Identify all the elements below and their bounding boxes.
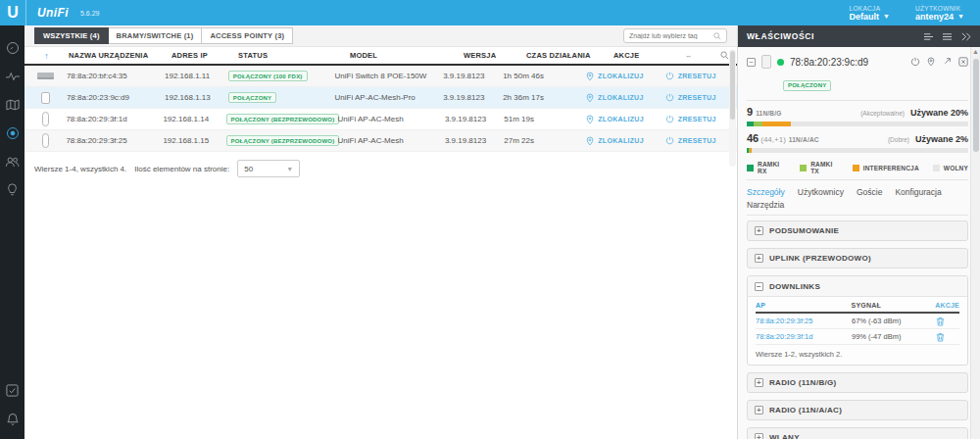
sidebar-item-devices[interactable] (0, 119, 24, 147)
delete-downlink-icon[interactable] (936, 317, 945, 326)
sidebar-item-dashboard[interactable] (0, 33, 24, 62)
table-row-selected[interactable]: 78:8a:20:23:9c:d9 192.168.1.13 POŁĄCZONY… (24, 87, 737, 109)
device-version: 3.9.19.8123 (443, 93, 503, 102)
collapse-panel-icon[interactable] (960, 32, 971, 41)
device-list-toolbar: WSZYSTKIE (4) BRAMY/SWITCHE (1) ACCESS P… (24, 25, 737, 47)
table-row[interactable]: 78:8a:20:29:3f:25 192.168.1.15 POŁĄCZONY… (24, 130, 737, 152)
column-header-version[interactable]: WERSJA (464, 51, 526, 60)
menu-icon[interactable] (942, 32, 953, 41)
section-uplink[interactable]: + UPLINK (PRZEWODOWO) (747, 248, 968, 268)
controller-version: 5.6.29 (80, 10, 99, 17)
column-header-uptime[interactable]: CZAS DZIAŁANIA (526, 51, 612, 60)
user-dropdown[interactable]: UŻYTKOWNIK anteny24▼ (915, 5, 964, 22)
section-downlinks-card: − DOWNLINKS AP SYGNAŁ AKCJE 78:8a:20:29:… (747, 275, 968, 366)
sidebar-item-map[interactable] (0, 90, 24, 119)
downlinks-rows-info: Wiersze 1-2, wszystkich 2. (756, 345, 959, 359)
device-mac[interactable]: 78:8a:20:29:3f:25 (66, 136, 163, 145)
main-content: WSZYSTKIE (4) BRAMY/SWITCHE (1) ACCESS P… (24, 25, 737, 439)
brand-name: UniFi (37, 6, 69, 20)
sidebar-item-events[interactable] (0, 376, 24, 405)
location-dropdown[interactable]: LOKACJA Default▼ (850, 5, 890, 22)
sidebar-item-clients[interactable] (0, 147, 24, 175)
section-label: RADIO (11N/A/AC) (769, 406, 842, 415)
downlinks-column-signal: SYGNAŁ (852, 302, 936, 309)
restart-button[interactable]: ZRESETUJ (665, 93, 716, 102)
properties-panel-header: WŁAŚCIWOŚCI (738, 25, 980, 47)
sidebar-item-statistics[interactable] (0, 62, 24, 90)
restart-button[interactable]: ZRESETUJ (665, 136, 716, 145)
locate-button[interactable]: ZLOKALIZUJ (586, 115, 644, 124)
scroll-up-icon[interactable]: ▲ (971, 47, 980, 57)
column-header-actions[interactable]: AKCJE (613, 51, 639, 60)
dashboard-gauge-icon (6, 41, 20, 55)
collapse-device-icon[interactable]: − (747, 58, 756, 67)
downlinks-table: AP SYGNAŁ AKCJE 78:8a:20:29:3f:25 67% (-… (748, 297, 967, 365)
sidebar-item-alerts[interactable] (0, 405, 24, 433)
table-search-icon[interactable] (720, 51, 729, 60)
legend-label: RAMKI TX (810, 161, 839, 174)
column-header-status[interactable]: STATUS (238, 51, 350, 60)
downlink-row: 78:8a:20:29:3f:1d 99% (-47 dBm) (756, 329, 959, 345)
device-mac[interactable]: 78:8a:20:23:9c:d9 (67, 93, 165, 102)
device-mac[interactable]: 78:8a:20:29:3f:1d (66, 115, 163, 123)
tab-all-devices[interactable]: WSZYSTKIE (4) (34, 27, 109, 44)
column-header-model[interactable]: MODEL (350, 51, 464, 60)
column-header-ip[interactable]: ADRES IP (172, 51, 238, 60)
locate-device-icon[interactable] (927, 57, 935, 67)
panel-tab-users[interactable]: Użytkownicy (798, 187, 844, 197)
search-input[interactable] (629, 32, 713, 39)
section-summary[interactable]: + PODSUMOWANIE (747, 220, 968, 241)
panel-tab-details[interactable]: Szczegóły (747, 187, 785, 197)
locate-button[interactable]: ZLOKALIZUJ (586, 136, 644, 146)
downlink-ap-link[interactable]: 78:8a:20:29:3f:25 (756, 317, 852, 325)
legend-label: WOLNY (944, 165, 968, 171)
downlink-ap-link[interactable]: 78:8a:20:29:3f:1d (756, 332, 852, 341)
radio-bg-summary: 9 11N/B/G (Akceptowalne) Używane 20% (747, 106, 968, 118)
tab-access-points[interactable]: ACCESS POINTY (3) (202, 27, 293, 44)
section-label: PODSUMOWANIE (769, 226, 839, 235)
table-row[interactable]: 78:8a:20:29:3f:1d 192.168.1.14 POŁĄCZONY… (24, 109, 737, 130)
panel-tab-configuration[interactable]: Konfiguracja (895, 187, 941, 197)
panel-tab-tools[interactable]: Narzędzia (747, 200, 784, 210)
delete-downlink-icon[interactable] (936, 332, 945, 342)
column-header-name[interactable]: NAZWA URZĄDZENIA (69, 51, 172, 60)
sidebar-nav (0, 25, 24, 439)
restart-device-icon[interactable] (910, 57, 920, 67)
panel-tabs: Szczegóły Użytkownicy Goście Konfiguracj… (747, 187, 968, 210)
table-row[interactable]: 78:8a:20:bf:c4:35 192.168.1.11 POŁĄCZONY… (24, 66, 737, 87)
per-page-select[interactable]: 50 ▼ (237, 160, 300, 177)
panel-scrollbar[interactable]: ▲ (970, 47, 980, 439)
device-mac[interactable]: 78:8a:20:bf:c4:35 (67, 72, 165, 80)
radio-ac-utilization-bar (747, 148, 968, 153)
expand-panel-icon[interactable] (942, 57, 952, 67)
interference-swatch (853, 165, 859, 171)
ap-mesh-device-icon (42, 112, 49, 126)
sidebar-item-insights[interactable] (0, 175, 24, 204)
locate-button[interactable]: ZLOKALIZUJ (586, 72, 644, 81)
device-version: 3.9.19.8123 (443, 72, 503, 80)
tag-search-box[interactable] (623, 28, 727, 43)
search-icon (713, 32, 721, 40)
device-uptime: 2h 36m 17s (503, 93, 584, 102)
panel-tab-guests[interactable]: Goście (857, 187, 882, 197)
restart-button[interactable]: ZRESETUJ (665, 115, 716, 123)
sort-ascending-icon[interactable]: ↑ (44, 51, 49, 61)
main-scrollbar[interactable] (729, 49, 736, 167)
close-panel-icon[interactable] (958, 57, 968, 67)
locate-button[interactable]: ZLOKALIZUJ (586, 93, 644, 103)
resize-columns-icon[interactable]: ↔ (685, 51, 693, 60)
panel-title: WŁAŚCIWOŚCI (747, 31, 814, 41)
restart-button[interactable]: ZRESETUJ (665, 72, 716, 80)
main-scrollbar-thumb[interactable] (730, 51, 735, 120)
section-radio-bg[interactable]: + RADIO (11N/B/G) (747, 372, 968, 393)
ubiquiti-logo[interactable]: U (0, 0, 26, 25)
section-wlans[interactable]: + WLANY (747, 427, 968, 439)
tab-gateways-switches[interactable]: BRAMY/SWITCHE (1) (109, 27, 203, 44)
panel-scrollbar-thumb[interactable] (973, 59, 979, 152)
section-downlinks[interactable]: − DOWNLINKS (748, 276, 967, 297)
device-model: UniFi Switch 8 POE-150W (335, 72, 444, 80)
expand-icon: + (755, 226, 763, 235)
dock-panel-icon[interactable] (923, 32, 934, 41)
section-radio-ac[interactable]: + RADIO (11N/A/AC) (747, 400, 968, 420)
ap-mesh-pro-device-icon (41, 92, 50, 104)
